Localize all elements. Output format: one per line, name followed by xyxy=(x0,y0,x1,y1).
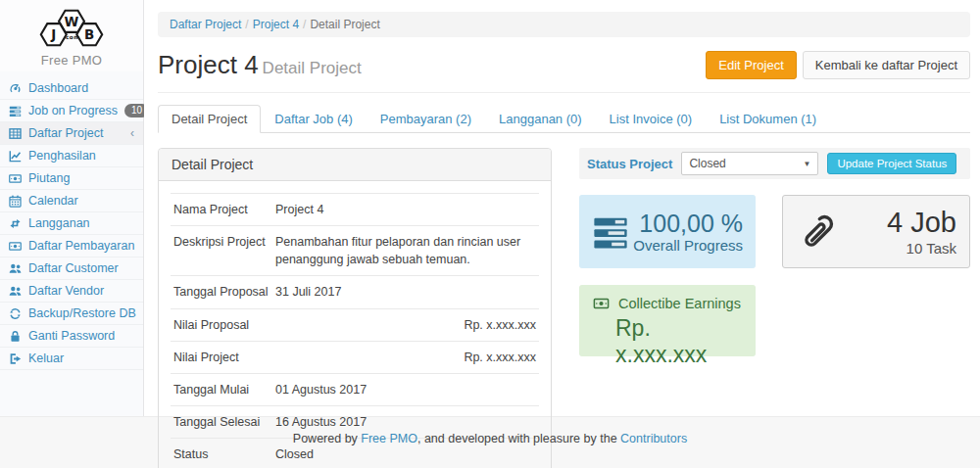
sidebar-item-daftar-project[interactable]: Daftar Project‹ xyxy=(0,122,143,145)
sidebar-item-daftar-pembayaran[interactable]: Daftar Pembayaran xyxy=(0,235,143,257)
sidebar-item-label: Backup/Restore DB xyxy=(28,306,136,320)
sidebar-item-label: Daftar Vendor xyxy=(28,284,104,298)
detail-panel-body: Nama ProjectProject 4Deskripsi ProjectPe… xyxy=(159,181,551,468)
detail-row: Nilai ProposalRp. x.xxx.xxx xyxy=(171,308,539,341)
breadcrumb-project-4[interactable]: Project 4 xyxy=(253,18,299,31)
select-caret-icon: ▼ xyxy=(804,160,811,168)
dashboard-icon xyxy=(9,82,22,95)
field-value: Rp. x.xxx.xxx xyxy=(272,308,539,341)
field-label: Status xyxy=(171,439,272,468)
lock-icon xyxy=(9,330,22,343)
breadcrumb-separator: / xyxy=(241,18,252,31)
money-icon xyxy=(9,240,22,253)
sidebar-item-label: Calendar xyxy=(28,194,78,208)
brand: W J B .com Free PMO xyxy=(0,0,143,71)
tab-list-invoice-0[interactable]: List Invoice (0) xyxy=(596,105,707,133)
paperclip-icon xyxy=(796,211,837,253)
breadcrumb-daftar-project[interactable]: Daftar Project xyxy=(170,18,241,31)
svg-text:W: W xyxy=(65,15,79,29)
overall-progress-label: Overall Progress xyxy=(629,237,743,254)
svg-text:B: B xyxy=(84,28,94,43)
sidebar-item-daftar-customer[interactable]: Daftar Customer xyxy=(0,257,143,280)
field-value: Project 4 xyxy=(272,194,539,226)
sidebar-item-job-on-progress[interactable]: Job on Progress10 xyxy=(0,100,143,122)
update-project-status-button[interactable]: Update Project Status xyxy=(827,153,956,174)
sidebar-item-piutang[interactable]: Piutang xyxy=(0,167,143,190)
sidebar-item-label: Piutang xyxy=(28,171,70,185)
header-buttons: Edit Project Kembali ke daftar Project xyxy=(706,51,970,79)
field-value: 01 Agustus 2017 xyxy=(272,373,539,405)
field-label: Tanggal Selesai xyxy=(171,405,272,438)
status-project-bar: Status Project Closed ▼ Update Project S… xyxy=(579,148,970,179)
detail-row: Deskripsi ProjectPenambahan fitur pelapo… xyxy=(171,226,539,276)
sidebar-item-label: Langganan xyxy=(28,216,90,230)
status-project-label: Status Project xyxy=(587,157,672,171)
sidebar-item-backup-restore-db[interactable]: Backup/Restore DB xyxy=(0,303,143,325)
sidebar-menu: DashboardJob on Progress10Daftar Project… xyxy=(0,77,143,370)
detail-table: Nama ProjectProject 4Deskripsi ProjectPe… xyxy=(171,193,539,468)
sidebar-item-label: Daftar Pembayaran xyxy=(28,239,134,253)
table-icon xyxy=(9,127,22,140)
earnings-value: Rp. x.xxx.xxx xyxy=(615,315,743,368)
field-value: Penambahan fitur pelaporan dan rincian u… xyxy=(272,226,539,276)
sidebar-item-penghasilan[interactable]: Penghasilan xyxy=(0,145,143,167)
calendar-icon xyxy=(9,195,22,208)
sidebar-item-calendar[interactable]: Calendar xyxy=(0,190,143,212)
detail-row: Tanggal Proposal31 Juli 2017 xyxy=(171,276,539,308)
sidebar-item-daftar-vendor[interactable]: Daftar Vendor xyxy=(0,280,143,303)
money-icon xyxy=(9,172,22,185)
sidebar-item-keluar[interactable]: Keluar xyxy=(0,348,143,370)
sidebar-item-langganan[interactable]: Langganan xyxy=(0,212,143,235)
field-label: Nilai Project xyxy=(171,341,272,373)
task-count-value: 10 Task xyxy=(837,240,956,257)
brand-name: Free PMO xyxy=(0,53,143,68)
sidebar-item-label: Ganti Password xyxy=(28,329,115,343)
right-column: Status Project Closed ▼ Update Project S… xyxy=(579,148,970,468)
collectible-earnings-box: Collectibe Earnings Rp. x.xxx.xxx xyxy=(579,285,756,356)
exchange-icon xyxy=(9,217,22,230)
svg-text:.com: .com xyxy=(63,34,79,40)
job-count-box: 4 Job 10 Task xyxy=(782,195,970,268)
field-label: Deskripsi Project xyxy=(171,226,272,276)
main-content: Daftar Project/Project 4/Detail Project … xyxy=(144,0,980,416)
page-header: Project 4Detail Project Edit Project Kem… xyxy=(158,50,970,93)
sidebar-item-label: Penghasilan xyxy=(28,149,96,163)
free-pmo-link[interactable]: Free PMO xyxy=(361,432,417,445)
field-label: Tanggal Mulai xyxy=(171,373,272,405)
tab-list-dokumen-1[interactable]: List Dokumen (1) xyxy=(706,105,830,133)
earnings-label: Collectibe Earnings xyxy=(618,296,741,311)
tasks-icon xyxy=(592,213,629,251)
money-icon xyxy=(592,296,611,311)
tab-daftar-job-4[interactable]: Daftar Job (4) xyxy=(261,105,366,133)
sidebar: W J B .com Free PMO DashboardJob on Prog… xyxy=(0,0,144,416)
overall-progress-value: 100,00 % xyxy=(629,210,743,238)
tab-langganan-0[interactable]: Langganan (0) xyxy=(485,105,596,133)
users-icon xyxy=(9,285,22,298)
back-to-project-list-button[interactable]: Kembali ke daftar Project xyxy=(803,51,970,79)
detail-panel-title: Detail Project xyxy=(159,149,551,181)
info-boxes-row: 100,00 % Overall Progress 4 Job 10 Task xyxy=(579,195,970,268)
status-select[interactable]: Closed ▼ xyxy=(681,152,818,175)
field-label: Tanggal Proposal xyxy=(171,276,272,308)
chevron-left-icon: ‹ xyxy=(130,128,134,138)
svg-text:J: J xyxy=(50,28,56,43)
project-tabs: Detail ProjectDaftar Job (4)Pembayaran (… xyxy=(158,105,970,133)
detail-project-panel: Detail Project Nama ProjectProject 4Desk… xyxy=(158,148,552,468)
sidebar-item-dashboard[interactable]: Dashboard xyxy=(0,77,143,100)
sidebar-item-label: Dashboard xyxy=(28,81,88,95)
page-subtitle: Detail Project xyxy=(263,59,362,77)
sidebar-item-ganti-password[interactable]: Ganti Password xyxy=(0,325,143,348)
sign-out-icon xyxy=(9,352,22,365)
breadcrumb-detail-project: Detail Project xyxy=(310,18,379,31)
users-icon xyxy=(9,262,22,275)
field-value: 31 Juli 2017 xyxy=(272,276,539,308)
tab-pembayaran-2[interactable]: Pembayaran (2) xyxy=(367,105,485,133)
field-label: Nama Project xyxy=(171,194,272,226)
overall-progress-box: 100,00 % Overall Progress xyxy=(579,195,756,268)
contributors-link[interactable]: Contributors xyxy=(620,432,687,445)
detail-row: Nama ProjectProject 4 xyxy=(171,194,539,226)
footer-text: , and developed with pleasure by the xyxy=(417,432,620,445)
footer-text: Powered by xyxy=(293,432,361,445)
tab-detail-project[interactable]: Detail Project xyxy=(158,105,261,133)
edit-project-button[interactable]: Edit Project xyxy=(706,51,796,79)
